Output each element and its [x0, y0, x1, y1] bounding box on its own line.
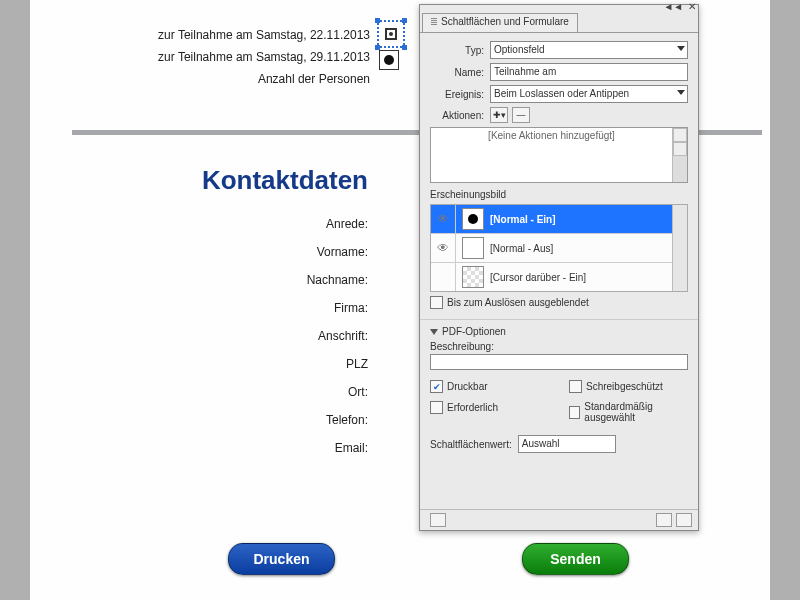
- separator: [420, 319, 698, 320]
- section-heading: Kontaktdaten: [30, 165, 368, 196]
- printable-label: Druckbar: [447, 381, 488, 392]
- chevron-down-icon: [677, 46, 685, 51]
- label-nachname: Nachname:: [30, 266, 368, 294]
- ereignis-value: Beim Loslassen oder Antippen: [494, 88, 629, 99]
- preview-icon[interactable]: [430, 513, 446, 527]
- label-ort: Ort:: [30, 378, 368, 406]
- label-anrede: Anrede:: [30, 210, 368, 238]
- label-firma: Firma:: [30, 294, 368, 322]
- checkbox-icon: ✔: [430, 380, 443, 393]
- appearance-list: 👁 [Normal - Ein] 👁 [Normal - Aus]: [430, 204, 688, 292]
- checkbox-icon: [569, 380, 582, 393]
- pdf-options-label: PDF-Optionen: [442, 326, 506, 337]
- readonly-label: Schreibgeschützt: [586, 381, 663, 392]
- remove-action-button[interactable]: —: [512, 107, 530, 123]
- name-value: Teilnahme am: [494, 66, 556, 77]
- panel-collapse-icon[interactable]: ◄◄: [663, 1, 683, 12]
- state-label: [Normal - Ein]: [490, 214, 556, 225]
- required-label: Erforderlich: [447, 402, 498, 413]
- contact-labels: Anrede: Vorname: Nachname: Firma: Anschr…: [30, 210, 368, 462]
- persons-count-label: Anzahl der Personen: [30, 68, 370, 90]
- scrollbar[interactable]: [672, 205, 687, 291]
- state-thumb-icon: [462, 237, 484, 259]
- description-label: Beschreibung:: [430, 341, 688, 352]
- visibility-icon[interactable]: 👁: [431, 234, 456, 262]
- buttons-forms-panel: ◄◄ ✕ Schaltflächen und Formulare Typ: Op…: [419, 4, 699, 531]
- panel-body: Typ: Optionsfeld Name: Teilnahme am Erei…: [420, 32, 698, 530]
- panel-close-icon[interactable]: ✕: [688, 1, 696, 12]
- radio-option-2[interactable]: [379, 50, 399, 70]
- typ-label: Typ:: [430, 45, 484, 56]
- readonly-checkbox[interactable]: Schreibgeschützt: [569, 380, 663, 393]
- printable-checkbox[interactable]: ✔Druckbar: [430, 380, 488, 393]
- visibility-icon[interactable]: [431, 263, 456, 291]
- default-selected-checkbox[interactable]: Standardmäßig ausgewählt: [569, 401, 688, 423]
- state-normal-on[interactable]: 👁 [Normal - Ein]: [431, 205, 672, 234]
- appearance-heading: Erscheinungsbild: [430, 189, 688, 200]
- label-anschrift: Anschrift:: [30, 322, 368, 350]
- hidden-until-trigger-checkbox[interactable]: Bis zum Auslösen ausgeblendet: [430, 296, 589, 309]
- hidden-until-trigger-label: Bis zum Auslösen ausgeblendet: [447, 297, 589, 308]
- state-thumb-icon: [462, 208, 484, 230]
- participation-line-2: zur Teilnahme am Samstag, 29.11.2013: [30, 46, 370, 68]
- name-input[interactable]: Teilnahme am: [490, 63, 688, 81]
- description-input[interactable]: [430, 354, 688, 370]
- state-normal-off[interactable]: 👁 [Normal - Aus]: [431, 234, 672, 263]
- state-label: [Cursor darüber - Ein]: [490, 272, 586, 283]
- state-cursor-on[interactable]: [Cursor darüber - Ein]: [431, 263, 672, 291]
- label-vorname: Vorname:: [30, 238, 368, 266]
- radio-option-1-selected[interactable]: [377, 20, 405, 48]
- panel-title: Schaltflächen und Formulare: [441, 16, 569, 27]
- panel-window-controls: ◄◄ ✕: [661, 1, 696, 11]
- button-value-input[interactable]: Auswahl: [518, 435, 616, 453]
- document-page: zur Teilnahme am Samstag, 22.11.2013 zur…: [30, 0, 770, 600]
- state-thumb-icon: [462, 266, 484, 288]
- panel-tab[interactable]: Schaltflächen und Formulare: [422, 13, 578, 33]
- button-value: Auswahl: [522, 438, 560, 449]
- ereignis-dropdown[interactable]: Beim Loslassen oder Antippen: [490, 85, 688, 103]
- aktionen-label: Aktionen:: [430, 110, 484, 121]
- typ-dropdown[interactable]: Optionsfeld: [490, 41, 688, 59]
- participation-line-1: zur Teilnahme am Samstag, 22.11.2013: [30, 24, 370, 46]
- print-button-label: Drucken: [253, 551, 309, 567]
- send-button[interactable]: Senden: [522, 543, 629, 575]
- checkbox-icon: [430, 296, 443, 309]
- add-action-button[interactable]: ✚▾: [490, 107, 508, 123]
- scrollbar[interactable]: [672, 128, 687, 182]
- button-value-label: Schaltflächenwert:: [430, 439, 512, 450]
- label-telefon: Telefon:: [30, 406, 368, 434]
- print-button[interactable]: Drucken: [228, 543, 335, 575]
- trash-icon[interactable]: [676, 513, 692, 527]
- panel-footer: [420, 509, 698, 530]
- label-plz: PLZ: [30, 350, 368, 378]
- required-checkbox[interactable]: Erforderlich: [430, 401, 498, 414]
- convert-icon[interactable]: [656, 513, 672, 527]
- pdf-options-disclosure[interactable]: PDF-Optionen: [430, 326, 688, 337]
- ereignis-label: Ereignis:: [430, 89, 484, 100]
- chevron-down-icon: [677, 90, 685, 95]
- default-selected-label: Standardmäßig ausgewählt: [584, 401, 688, 423]
- send-button-label: Senden: [550, 551, 601, 567]
- grip-icon: [431, 18, 437, 26]
- typ-value: Optionsfeld: [494, 44, 545, 55]
- actions-empty-text: [Keine Aktionen hinzugefügt]: [431, 128, 672, 182]
- checkbox-icon: [569, 406, 580, 419]
- visibility-icon[interactable]: 👁: [431, 205, 456, 233]
- label-email: Email:: [30, 434, 368, 462]
- participation-block: zur Teilnahme am Samstag, 22.11.2013 zur…: [30, 24, 370, 90]
- actions-listbox[interactable]: [Keine Aktionen hinzugefügt]: [430, 127, 688, 183]
- state-label: [Normal - Aus]: [490, 243, 553, 254]
- name-label: Name:: [430, 67, 484, 78]
- checkbox-icon: [430, 401, 443, 414]
